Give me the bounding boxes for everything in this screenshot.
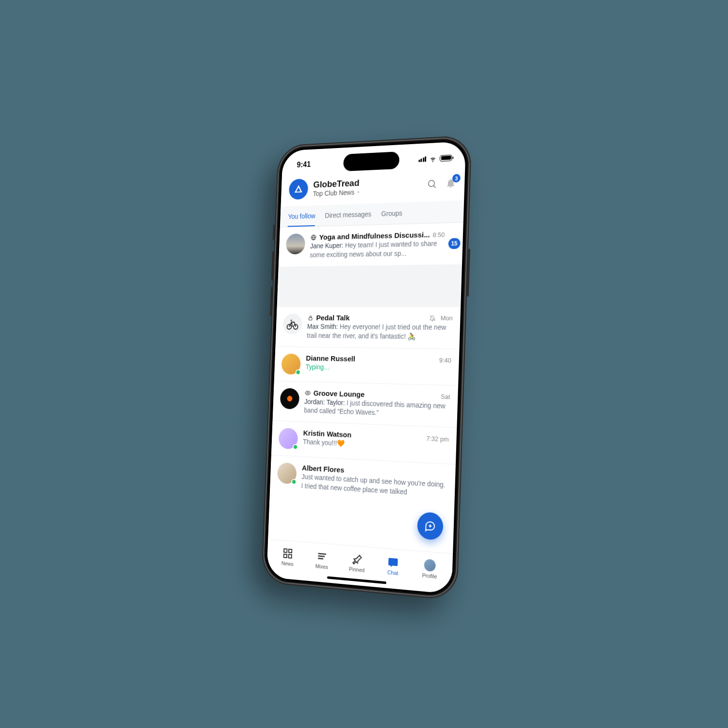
wifi-icon xyxy=(429,154,437,163)
svg-line-1 xyxy=(433,185,436,188)
status-time: 9:41 xyxy=(297,160,311,169)
chat-item-yoga[interactable]: Yoga and Mindfulness Discussi... 8:50 Ja… xyxy=(279,223,463,267)
presence-online-icon xyxy=(296,369,301,375)
battery-icon xyxy=(440,154,452,161)
chevron-down-icon xyxy=(356,190,361,195)
nav-label: News xyxy=(281,560,294,567)
svg-rect-13 xyxy=(288,554,292,558)
chat-time: Sat xyxy=(441,393,450,400)
chat-preview: Max Smith: Hey everyone! I just tried ou… xyxy=(307,322,452,341)
phone-frame: 9:41 GlobeTread Top Club News xyxy=(261,135,472,601)
svg-point-7 xyxy=(307,392,308,394)
chat-preview: Thank you!!!🧡 xyxy=(303,437,449,453)
svg-rect-11 xyxy=(289,549,292,553)
home-indicator[interactable] xyxy=(327,576,386,584)
chat-time: 9:40 xyxy=(439,357,451,364)
list-separator xyxy=(277,264,462,307)
presence-online-icon xyxy=(293,444,298,450)
nav-news[interactable]: News xyxy=(274,546,301,567)
bottom-nav: News Mixes Pinned Chat Profile xyxy=(266,539,453,594)
svg-rect-10 xyxy=(284,549,287,552)
new-chat-button[interactable] xyxy=(417,512,444,541)
volume-up-button[interactable] xyxy=(271,251,274,281)
svg-rect-12 xyxy=(284,554,287,558)
svg-rect-5 xyxy=(309,317,312,320)
power-button[interactable] xyxy=(467,248,470,296)
lock-icon xyxy=(307,314,314,321)
nav-profile[interactable]: Profile xyxy=(415,558,444,580)
avatar xyxy=(280,388,300,409)
chat-item-dianne[interactable]: Dianne Russell 9:40 Typing… xyxy=(274,347,460,385)
muted-icon xyxy=(429,314,436,322)
dynamic-island xyxy=(343,151,399,171)
chat-preview: Jane Kuper: Hey team! I just wanted to s… xyxy=(310,239,445,260)
feed-subtitle: Top Club News xyxy=(313,188,355,198)
svg-point-4 xyxy=(294,324,298,329)
svg-line-15 xyxy=(318,556,324,557)
compose-icon xyxy=(424,520,436,532)
svg-line-16 xyxy=(318,559,323,559)
nav-label: Pinned xyxy=(349,566,365,573)
svg-point-3 xyxy=(287,324,291,329)
globe-icon xyxy=(310,234,316,241)
chat-icon xyxy=(387,556,399,569)
screen: 9:41 GlobeTread Top Club News xyxy=(266,141,466,594)
tab-groups[interactable]: Groups xyxy=(381,202,403,224)
news-icon xyxy=(282,547,293,560)
chat-preview: Just wanted to catch up and see how you'… xyxy=(301,472,447,499)
app-logo[interactable] xyxy=(289,179,309,200)
chat-time: Mon xyxy=(441,314,453,322)
volume-down-button[interactable] xyxy=(270,287,273,316)
svg-point-0 xyxy=(429,180,435,186)
chat-time: 8:50 xyxy=(432,231,445,238)
svg-line-6 xyxy=(430,315,435,321)
avatar xyxy=(282,314,302,334)
silence-switch[interactable] xyxy=(273,224,275,240)
chat-title: Pedal Talk xyxy=(316,314,426,323)
chat-list: Yoga and Mindfulness Discussi... 8:50 Ja… xyxy=(268,223,463,554)
search-button[interactable] xyxy=(427,178,437,189)
chat-time: 7:32 pm xyxy=(426,434,449,443)
svg-line-14 xyxy=(318,554,326,554)
pin-icon xyxy=(351,553,363,565)
presence-online-icon xyxy=(291,479,297,485)
tab-you-follow[interactable]: You follow xyxy=(288,205,316,227)
cellular-icon xyxy=(418,156,426,162)
nav-mixes[interactable]: Mixes xyxy=(308,549,335,571)
avatar xyxy=(286,233,306,254)
search-icon xyxy=(427,178,437,189)
nav-label: Mixes xyxy=(315,563,328,570)
chat-preview: Jordan: Taylor: I just discovered this a… xyxy=(304,397,450,420)
chat-item-albert[interactable]: Albert Flores Just wanted to catch up an… xyxy=(270,455,456,507)
bell-icon xyxy=(446,178,456,189)
nav-label: Chat xyxy=(387,569,398,576)
eye-icon xyxy=(305,389,311,396)
profile-avatar-icon xyxy=(424,559,435,572)
notification-badge: 3 xyxy=(452,174,461,182)
nav-chat[interactable]: Chat xyxy=(379,555,407,577)
chat-item-pedal[interactable]: Pedal Talk Mon Max Smith: Hey everyone! … xyxy=(275,307,461,349)
unread-badge: 15 xyxy=(448,238,461,249)
chat-item-groove[interactable]: Groove Lounge Sat Jordan: Taylor: I just… xyxy=(273,381,459,428)
tab-direct-messages[interactable]: Direct messages xyxy=(325,203,372,226)
notifications-button[interactable]: 3 xyxy=(446,178,456,189)
mixes-icon xyxy=(316,550,328,563)
nav-label: Profile xyxy=(422,572,437,579)
nav-pinned[interactable]: Pinned xyxy=(343,552,371,574)
typing-indicator: Typing… xyxy=(305,362,451,374)
